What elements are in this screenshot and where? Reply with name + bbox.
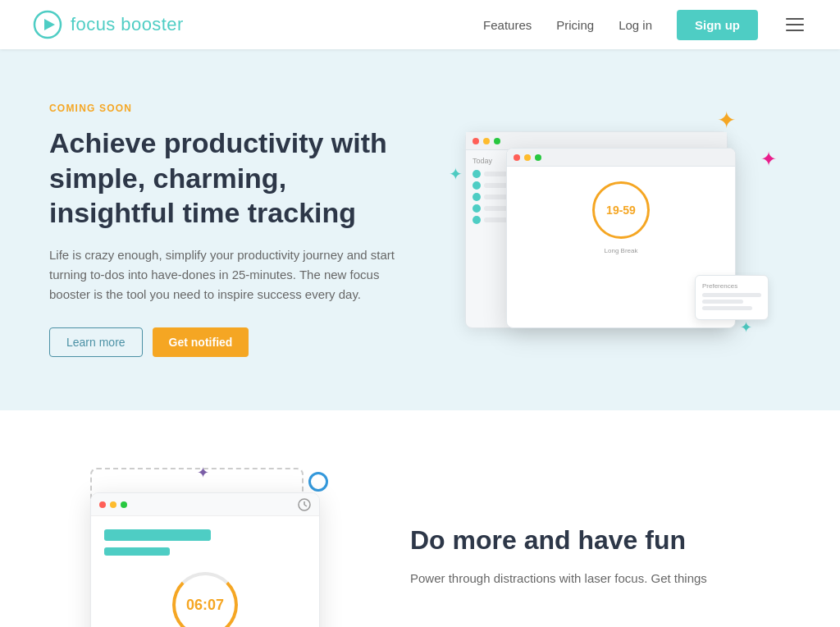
nav-login[interactable]: Log in [619, 18, 652, 32]
clock-icon [298, 498, 311, 511]
window-dot-yellow [483, 138, 490, 144]
prefs-line-1 [702, 293, 761, 297]
window2-body: 06:07 [91, 516, 319, 627]
window2-dots [99, 501, 127, 508]
window2-titlebar [91, 493, 319, 516]
sidebar-check-4 [472, 204, 481, 213]
w2-dot-red [99, 501, 106, 508]
front-dot-yellow [524, 154, 531, 161]
sidebar-check-2 [472, 181, 481, 190]
hamburger-line1 [786, 18, 804, 20]
window-front-main: 19-59 Long Break [514, 173, 728, 254]
hero-title: Achieve productivity with simple, charmi… [49, 126, 402, 231]
app-name: focus booster [71, 14, 184, 35]
hamburger-line2 [786, 24, 804, 25]
sidebar-check-3 [472, 193, 481, 201]
sidebar-check-1 [472, 170, 481, 178]
window-dot-green [494, 138, 500, 144]
second-section: ✦ ✦ 06: [0, 410, 840, 627]
logo-link[interactable]: focus booster [33, 10, 184, 39]
deco-dot-blue [308, 472, 328, 492]
w2-dot-yellow [110, 501, 116, 508]
app-mockup: ✦ ✦ ✦ ✦ • Today [465, 115, 760, 345]
hero-illustration: ✦ ✦ ✦ ✦ • Today [435, 98, 791, 361]
front-dot-red [514, 154, 520, 161]
star-teal-icon: ✦ [449, 164, 463, 184]
hero-description: Life is crazy enough, simplify your prod… [49, 245, 402, 304]
preferences-box: Preferences [695, 275, 769, 320]
sidebar-check-5 [472, 216, 481, 224]
w2-timer-container: 06:07 [104, 572, 306, 627]
w2-dot-green [121, 501, 127, 508]
w2-timer-display: 06:07 [186, 597, 224, 614]
prefs-line-2 [702, 300, 743, 304]
star-pink-icon: ✦ [760, 148, 777, 171]
hero-buttons: Learn more Get notified [49, 327, 402, 357]
navbar: focus booster Features Pricing Log in Si… [0, 0, 840, 49]
logo-icon [33, 10, 62, 39]
w2-bar-med [104, 547, 170, 556]
hamburger-line3 [786, 30, 804, 31]
svg-marker-1 [44, 19, 55, 30]
nav-pricing[interactable]: Pricing [556, 18, 594, 32]
learn-more-button[interactable]: Learn more [49, 327, 143, 357]
second-illustration: ✦ ✦ 06: [49, 460, 361, 627]
long-break-label: Long Break [514, 247, 728, 254]
prefs-line-3 [702, 306, 752, 310]
get-notified-button[interactable]: Get notified [153, 327, 249, 357]
window-front-body: 19-59 Long Break [507, 167, 735, 261]
hamburger-menu[interactable] [783, 15, 807, 34]
front-dot-green [535, 154, 541, 161]
svg-line-4 [304, 505, 307, 506]
nav-links: Features Pricing Log in Sign up [483, 10, 807, 40]
window-front-titlebar [507, 149, 735, 167]
coming-soon-badge: COMING SOON [49, 103, 402, 114]
w2-bar-big [104, 529, 211, 541]
second-content: Do more and have fun Power through distr… [410, 460, 791, 588]
window-dot-red [472, 138, 479, 144]
nav-features[interactable]: Features [483, 18, 532, 32]
preferences-label: Preferences [702, 282, 761, 290]
hero-content: COMING SOON Achieve productivity with si… [49, 103, 402, 357]
hero-section: COMING SOON Achieve productivity with si… [0, 49, 840, 410]
second-title: Do more and have fun [410, 525, 791, 556]
star-yellow-icon: ✦ [717, 107, 736, 134]
second-description: Power through distractions with laser fo… [410, 569, 791, 588]
w2-timer-circle: 06:07 [172, 572, 238, 627]
app-window-2: 06:07 [90, 492, 320, 627]
signup-button[interactable]: Sign up [677, 10, 758, 40]
star-teal2-icon: ✦ [740, 318, 752, 336]
timer-circle: 19-59 [592, 181, 650, 239]
timer-display: 19-59 [606, 204, 636, 217]
